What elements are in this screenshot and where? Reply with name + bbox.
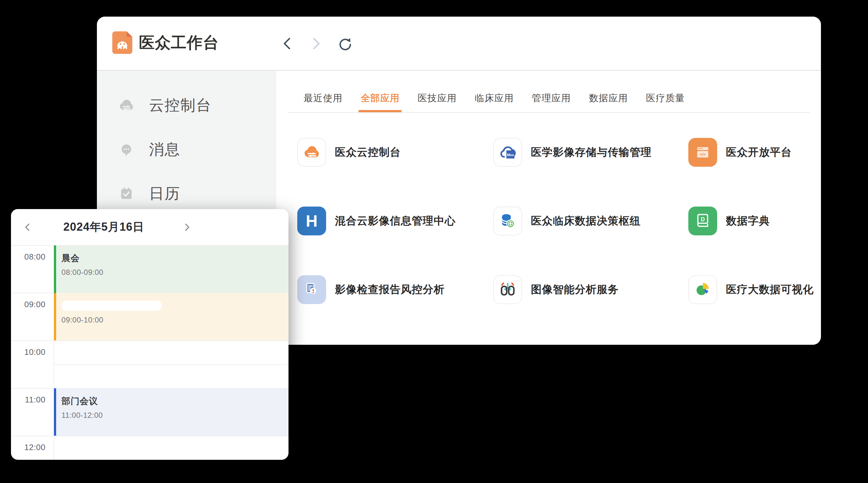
chevron-left-icon — [23, 223, 31, 232]
open-platform-icon: </> — [693, 143, 712, 162]
tab-clinical-apps[interactable]: 临床应用 — [475, 92, 514, 104]
tab-medical-quality[interactable]: 医疗质量 — [646, 92, 685, 104]
calendar-next-button[interactable] — [180, 220, 194, 234]
app-label: 医众开放平台 — [726, 145, 792, 160]
back-button[interactable] — [280, 36, 294, 51]
event-title: 部门会议 — [61, 395, 288, 407]
hybrid-cloud-imaging-icon: H — [306, 213, 318, 229]
tabs-divider — [288, 112, 810, 113]
time-label: 12:00 — [11, 443, 45, 452]
sidebar-item-label: 消息 — [149, 139, 180, 160]
time-label: 08:00 — [11, 252, 45, 262]
app-logo-icon — [112, 31, 132, 54]
hour-gridline — [11, 341, 288, 341]
cloud-settings-icon — [118, 97, 135, 114]
chevron-right-icon — [183, 223, 191, 232]
app-item-hybrid-cloud-imaging[interactable]: H 混合云影像信息管理中心 — [297, 206, 456, 235]
tab-bar: 最近使用 全部应用 医技应用 临床应用 管理应用 数据应用 医疗质量 — [304, 92, 685, 104]
app-label: 混合云影像信息管理中心 — [335, 214, 456, 228]
chevron-left-icon — [282, 37, 292, 51]
event-time: 11:00-12:00 — [61, 411, 288, 420]
page-background: { "app": { "title": "医众工作台" }, "sidebar"… — [0, 0, 868, 483]
event-time: 09:00-10:00 — [61, 316, 288, 324]
event-title-redacted — [61, 300, 162, 311]
time-label: 11:00 — [11, 395, 45, 405]
event-title: 晨会 — [61, 252, 288, 264]
svg-text:D: D — [701, 216, 705, 223]
app-item-data-dictionary[interactable]: D 数据字典 — [688, 206, 770, 235]
event-time: 08:00-09:00 — [61, 268, 288, 277]
chevron-right-icon — [311, 37, 321, 51]
svg-text:Mos: Mos — [507, 153, 514, 157]
refresh-button[interactable] — [338, 36, 352, 51]
svg-text:</>: </> — [700, 152, 706, 157]
event-accent-bar — [54, 246, 56, 293]
tab-data-apps[interactable]: 数据应用 — [589, 92, 628, 104]
medical-image-storage-icon: Mos — [498, 142, 518, 162]
event-accent-bar — [54, 293, 56, 341]
calendar-header: 2024年5月16日 — [11, 209, 288, 245]
calendar-event-morning-meeting[interactable]: 晨会 08:00-09:00 — [54, 246, 288, 293]
app-label: 影像检查报告风控分析 — [335, 282, 445, 297]
tab-all-apps[interactable]: 全部应用 — [361, 92, 400, 104]
app-label: 医众云控制台 — [335, 145, 401, 160]
titlebar: 医众工作台 — [97, 17, 821, 71]
calendar-panel: 2024年5月16日 08:00 09:00 10:00 11:00 12:00… — [11, 209, 288, 460]
app-item-big-data-visualization[interactable]: 医疗大数据可视化 — [688, 275, 814, 304]
app-label: 数据字典 — [726, 214, 770, 228]
app-label: 医疗大数据可视化 — [726, 282, 814, 297]
app-label: 医众临床数据决策枢纽 — [531, 214, 641, 228]
app-label: 图像智能分析服务 — [531, 282, 619, 297]
tab-management-apps[interactable]: 管理应用 — [532, 92, 571, 104]
half-hour-gridline — [54, 364, 288, 365]
calendar-event-redacted[interactable]: 09:00-10:00 — [54, 293, 288, 341]
big-data-visualization-icon — [693, 280, 712, 299]
hour-gridline — [11, 436, 288, 436]
sidebar-item-messages[interactable]: 消息 — [118, 134, 268, 165]
app-item-open-platform[interactable]: </> 医众开放平台 — [688, 138, 792, 167]
sidebar-item-label: 日历 — [149, 184, 180, 204]
forward-button[interactable] — [309, 36, 323, 51]
calendar-date-label: 2024年5月16日 — [41, 209, 166, 245]
app-item-cloud-console[interactable]: 医众云控制台 — [297, 138, 401, 167]
app-item-clinical-data-hub[interactable]: 医众临床数据决策枢纽 — [493, 206, 641, 235]
window-title: 医众工作台 — [139, 30, 219, 55]
sidebar-item-cloud-console[interactable]: 云控制台 — [118, 90, 268, 120]
data-dictionary-icon: D — [693, 212, 712, 230]
sidebar-item-label: 云控制台 — [149, 95, 212, 115]
app-label: 医学影像存储与传输管理 — [531, 145, 652, 160]
tab-recently-used[interactable]: 最近使用 — [304, 92, 342, 104]
message-bubble-icon — [118, 141, 135, 158]
calendar-event-department-meeting[interactable]: 部门会议 11:00-12:00 — [54, 388, 288, 436]
tab-medtech-apps[interactable]: 医技应用 — [418, 92, 457, 104]
cloud-console-icon — [302, 142, 321, 162]
clinical-data-hub-icon — [498, 211, 518, 231]
event-accent-bar — [54, 388, 56, 436]
app-item-report-risk-analysis[interactable]: 影像检查报告风控分析 — [297, 275, 445, 304]
time-label: 09:00 — [11, 300, 45, 309]
app-item-image-ai-analysis[interactable]: 图像智能分析服务 — [493, 275, 619, 304]
sidebar-item-calendar[interactable]: 日历 — [118, 179, 268, 209]
nav-buttons — [280, 36, 352, 51]
calendar-check-icon — [118, 185, 135, 202]
time-label: 10:00 — [11, 347, 45, 357]
refresh-icon — [338, 36, 352, 51]
image-ai-analysis-icon — [498, 280, 517, 299]
calendar-prev-button[interactable] — [20, 220, 34, 234]
app-item-medical-image-storage[interactable]: Mos 医学影像存储与传输管理 — [493, 138, 652, 167]
report-risk-analysis-icon — [302, 280, 321, 299]
